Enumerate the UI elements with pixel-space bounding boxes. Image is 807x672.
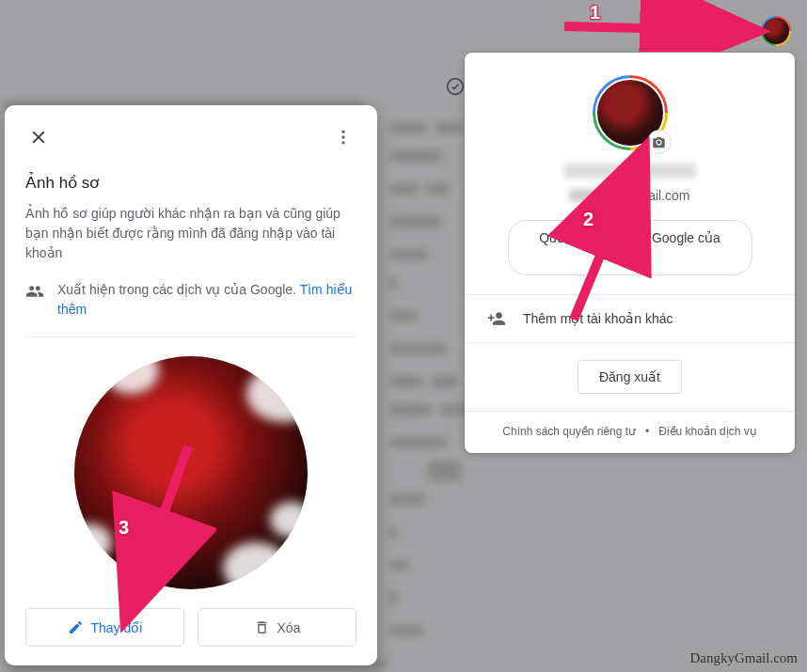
svg-point-2 [341,135,344,138]
more-vert-icon [334,128,353,147]
add-account-row[interactable]: Thêm một tài khoản khác [465,295,795,342]
popover-footer: Chính sách quyền riêng tư • Điều khoản d… [465,411,795,453]
account-popover: mail.com Quản lý Tài khoản Google của bạ… [465,53,795,453]
terms-link[interactable]: Điều khoản dịch vụ [658,425,756,438]
visibility-text: Xuất hiện trong các dịch vụ của Google. [57,282,300,297]
dialog-description: Ảnh hồ sơ giúp người khác nhận ra bạn và… [25,204,356,263]
popover-avatar-wrap [593,75,668,150]
account-avatar-button[interactable] [761,16,791,46]
pencil-icon [68,619,84,635]
watermark: DangkyGmail.com [689,650,798,666]
person-add-icon [487,309,506,328]
photo-preview-area [25,337,356,608]
remove-photo-button[interactable]: Xóa [198,608,356,647]
svg-point-3 [341,141,344,144]
more-options-button[interactable] [330,124,356,150]
dialog-title: Ảnh hồ sơ [25,173,356,193]
visibility-info: Xuất hiện trong các dịch vụ của Google. … [25,280,356,320]
change-photo-badge[interactable] [647,130,672,154]
svg-point-1 [341,131,344,133]
account-email: mail.com [569,188,689,203]
change-photo-button[interactable]: Thay đổi [25,608,184,647]
camera-icon [652,135,666,149]
manage-account-button[interactable]: Quản lý Tài khoản Google của bạn [508,220,752,275]
signout-button[interactable]: Đăng xuất [578,360,682,394]
avatar-image [763,18,789,44]
trash-icon [254,619,270,635]
close-icon [28,127,49,148]
people-icon [25,282,44,301]
email-suffix: mail.com [637,188,689,203]
privacy-link[interactable]: Chính sách quyền riêng tư [502,425,636,438]
remove-label: Xóa [277,620,301,635]
profile-photo-dialog: Ảnh hồ sơ Ảnh hồ sơ giúp người khác nhận… [5,105,377,665]
add-account-label: Thêm một tài khoản khác [523,311,673,326]
profile-photo-preview [74,356,308,589]
change-label: Thay đổi [91,620,143,635]
account-name-redacted [564,164,696,179]
close-button[interactable] [25,124,52,150]
footer-dot: • [645,425,649,438]
